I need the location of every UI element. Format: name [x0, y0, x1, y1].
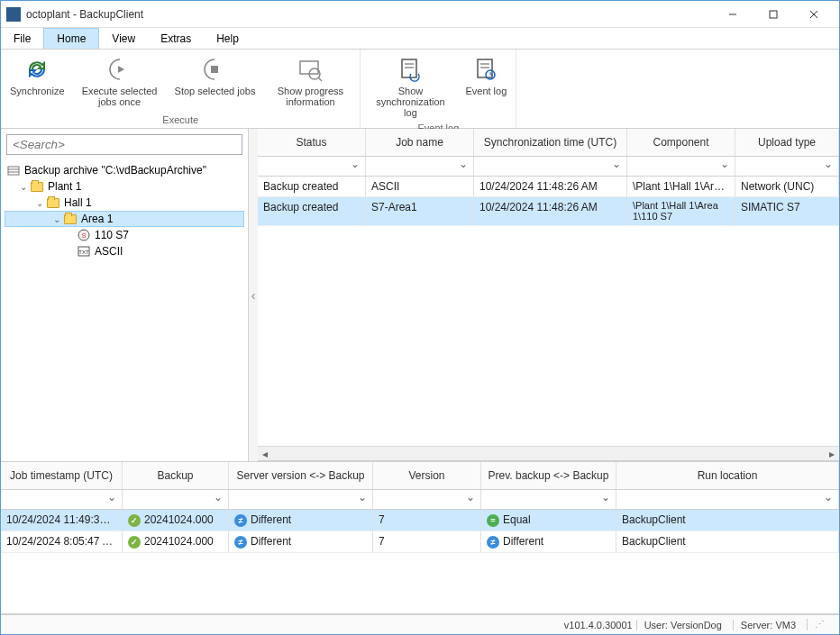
filter-component[interactable]: [627, 157, 735, 176]
filter-ts[interactable]: [1, 490, 123, 509]
table-row[interactable]: 10/24/2024 8:05:47 AM ✓20241024.000 ≠Dif…: [1, 531, 839, 553]
filter-svb[interactable]: [229, 490, 373, 509]
cell-runloc: BackupClient: [616, 510, 839, 531]
jobs-grid-body: Backup created ASCII 10/24/2024 11:48:26…: [258, 177, 839, 446]
svg-line-8: [318, 77, 322, 81]
content: Backup archive "C:\vdBackupArchive" ⌄ Pl…: [1, 129, 839, 461]
minimize-button[interactable]: [712, 2, 753, 27]
tree-ascii[interactable]: TXT ASCII: [5, 243, 244, 259]
menu-home[interactable]: Home: [43, 28, 99, 49]
hscrollbar[interactable]: ◂ ▸: [258, 446, 839, 460]
table-row[interactable]: 10/24/2024 11:49:39 AM ✓20241024.000 ≠Di…: [1, 510, 839, 531]
cell-version: 7: [373, 531, 481, 552]
cell-uploadtype: Network (UNC): [735, 177, 839, 196]
ribbon-group-eventlog: Show synchronization log Event log Event…: [361, 50, 516, 128]
col-svb[interactable]: Server version <-> Backup: [229, 462, 373, 489]
jobs-grid-header: Status Job name Synchronization time (UT…: [258, 129, 839, 157]
menu-extras[interactable]: Extras: [148, 28, 204, 49]
stop-selected-label: Stop selected jobs: [175, 86, 256, 96]
show-sync-log-label: Show synchronization log: [370, 86, 451, 118]
statusbar: v101.4.0.30001 User: VersionDog Server: …: [1, 614, 839, 634]
history-grid-body: 10/24/2024 11:49:39 AM ✓20241024.000 ≠Di…: [1, 510, 839, 613]
svg-text:S: S: [82, 232, 87, 239]
event-log-button[interactable]: Event log: [458, 51, 514, 122]
table-row[interactable]: Backup created S7-Area1 10/24/2024 11:48…: [258, 197, 839, 226]
col-backup[interactable]: Backup: [123, 462, 229, 489]
filter-runloc[interactable]: [616, 490, 839, 509]
svg-rect-1: [770, 11, 777, 18]
tree-root[interactable]: Backup archive "C:\vdBackupArchive": [5, 162, 244, 178]
svg-rect-5: [211, 66, 218, 73]
cell-synctime: 10/24/2024 11:48:26 AM: [474, 197, 627, 225]
svg-text:TXT: TXT: [78, 249, 89, 255]
tree-root-label: Backup archive "C:\vdBackupArchive": [24, 164, 206, 177]
scroll-track[interactable]: [272, 449, 825, 459]
window-buttons: [712, 2, 834, 27]
search-input[interactable]: [6, 134, 242, 155]
synchronize-button[interactable]: Synchronize: [3, 51, 72, 113]
expander-icon[interactable]: ⌄: [17, 182, 30, 192]
tree: Backup archive "C:\vdBackupArchive" ⌄ Pl…: [1, 160, 248, 461]
main: Status Job name Synchronization time (UT…: [258, 129, 839, 461]
execute-selected-button[interactable]: Execute selected jobs once: [72, 51, 168, 113]
filter-version[interactable]: [373, 490, 481, 509]
close-button[interactable]: [793, 2, 834, 27]
show-progress-button[interactable]: Show progress information: [262, 51, 358, 113]
diff-icon: ≠: [234, 514, 247, 527]
cell-backup: ✓20241024.000: [123, 531, 229, 552]
tree-plant[interactable]: ⌄ Plant 1: [5, 178, 244, 195]
col-synctime[interactable]: Synchronization time (UTC): [474, 129, 627, 156]
col-component[interactable]: Component: [627, 129, 735, 156]
maximize-button[interactable]: [753, 2, 793, 27]
cell-status: Backup created: [258, 177, 366, 196]
tree-area[interactable]: ⌄ Area 1: [5, 211, 244, 227]
show-progress-label: Show progress information: [269, 86, 351, 107]
archive-icon: [6, 164, 21, 177]
col-uploadtype[interactable]: Upload type: [735, 129, 839, 156]
filter-uploadtype[interactable]: [735, 157, 839, 176]
col-version[interactable]: Version: [373, 462, 481, 489]
show-sync-log-button[interactable]: Show synchronization log: [362, 51, 458, 122]
cell-version: 7: [373, 510, 481, 531]
svg-marker-4: [118, 66, 124, 73]
menu-file[interactable]: File: [1, 28, 43, 49]
jobs-grid: Status Job name Synchronization time (UT…: [258, 129, 839, 461]
svg-rect-18: [8, 167, 19, 175]
expander-icon[interactable]: ⌄: [33, 198, 46, 208]
col-jobname[interactable]: Job name: [366, 129, 474, 156]
col-runloc[interactable]: Run location: [616, 462, 839, 489]
diff-icon: ≠: [487, 536, 499, 549]
cell-ts: 10/24/2024 8:05:47 AM: [1, 531, 123, 552]
menubar: File Home View Extras Help: [1, 28, 839, 50]
col-status[interactable]: Status: [258, 129, 366, 156]
stop-selected-button[interactable]: Stop selected jobs: [168, 51, 263, 113]
splitter[interactable]: ‹: [249, 129, 258, 461]
menu-help[interactable]: Help: [204, 28, 251, 49]
cell-component: \Plant 1\Hall 1\Area ...: [627, 177, 735, 196]
cell-uploadtype: SIMATIC S7: [735, 197, 839, 225]
history-grid-filter: [1, 490, 839, 510]
filter-status[interactable]: [258, 157, 366, 176]
event-log-icon: [471, 55, 500, 84]
col-ts[interactable]: Job timestamp (UTC): [1, 462, 123, 489]
table-row[interactable]: Backup created ASCII 10/24/2024 11:48:26…: [258, 177, 839, 197]
history-grid: Job timestamp (UTC) Backup Server versio…: [1, 462, 839, 614]
equal-icon: =: [487, 514, 499, 527]
scroll-right-icon[interactable]: ▸: [825, 448, 839, 460]
app-icon: [6, 7, 21, 22]
tree-hall[interactable]: ⌄ Hall 1: [5, 195, 244, 211]
filter-pbb[interactable]: [481, 490, 616, 509]
cell-svb: ≠Different: [229, 510, 373, 531]
col-pbb[interactable]: Prev. backup <-> Backup: [481, 462, 616, 489]
filter-synctime[interactable]: [474, 157, 627, 176]
expander-icon[interactable]: ⌄: [50, 214, 63, 224]
resize-grip-icon[interactable]: ⋰: [807, 619, 832, 630]
scroll-left-icon[interactable]: ◂: [258, 448, 272, 460]
menu-view[interactable]: View: [99, 28, 148, 49]
filter-backup[interactable]: [123, 490, 229, 509]
tree-hall-label: Hall 1: [64, 196, 92, 209]
tree-s7[interactable]: S 110 S7: [5, 227, 244, 243]
cell-runloc: BackupClient: [616, 531, 839, 552]
cell-backup: ✓20241024.000: [123, 510, 229, 531]
filter-jobname[interactable]: [366, 157, 474, 176]
